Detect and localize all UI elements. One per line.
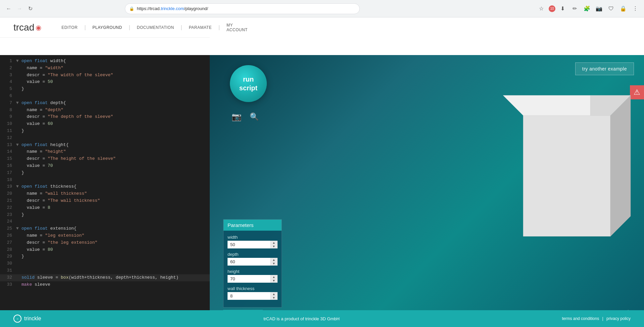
parameters-panel: Parameters width ▲ ▼ depth ▲ ▼ (223, 219, 282, 308)
param-label-height: height (228, 269, 278, 274)
param-label-width: width (228, 235, 278, 240)
footer-links: terms and conditions | privacy policy (562, 316, 631, 321)
code-line-30: 30 (0, 260, 210, 267)
code-line-8: 8 name = "depth" (0, 107, 210, 114)
param-label-wall-thickness: wall thickness (228, 286, 278, 291)
privacy-link[interactable]: privacy policy (606, 316, 631, 321)
param-spinner-thickness: ▲ ▼ (270, 292, 278, 300)
code-line-32: 32 solid sleeve = box(width+thickness, d… (0, 274, 210, 281)
viewer-icons: 📷 🔍 (232, 112, 259, 122)
param-thickness-wrap: ▲ ▼ (228, 292, 278, 300)
footer-logo-icon: ○ (13, 315, 21, 323)
code-line-13: 13 ▼ open float height{ (0, 142, 210, 149)
star-icon[interactable]: ☆ (537, 4, 546, 13)
footer: ○ trinckle trCAD is a product of trinckl… (0, 310, 644, 327)
code-line-17: 17 } (0, 170, 210, 177)
param-height-wrap: ▲ ▼ (228, 275, 278, 283)
ext1-icon[interactable]: 🧩 (582, 4, 592, 13)
code-line-15: 15 descr = "The height of the sleeve" (0, 155, 210, 162)
nav-documentation[interactable]: DOCUMENTATION (137, 25, 174, 30)
code-line-11: 11 } (0, 128, 210, 135)
code-line-29: 29 } (0, 253, 210, 260)
logo-text: trcad (13, 22, 34, 33)
param-width-wrap: ▲ ▼ (228, 241, 278, 248)
footer-logo: ○ trinckle (13, 315, 41, 323)
back-button[interactable]: ← (4, 4, 13, 13)
logo-dot: ◉ (36, 24, 41, 32)
code-line-27: 27 descr = "the leg extension" (0, 239, 210, 246)
svg-marker-2 (610, 95, 631, 236)
code-editor[interactable]: 1 ▼ open float width{ 2 name = "width" 3… (0, 55, 210, 327)
code-line-12: 12 (0, 135, 210, 142)
code-line-18: 18 (0, 177, 210, 184)
width-spin-down[interactable]: ▼ (270, 245, 278, 249)
params-body: width ▲ ▼ depth ▲ ▼ height (224, 231, 282, 307)
thickness-spin-up[interactable]: ▲ (270, 292, 278, 296)
code-line-25: 25 ▼ open float extension{ (0, 225, 210, 232)
code-line-21: 21 descr = "The wall thickness" (0, 197, 210, 204)
run-btn-line2: script (239, 84, 257, 92)
code-line-20: 20 name = "wall thickness" (0, 190, 210, 197)
code-line-24: 24 (0, 218, 210, 225)
pen-icon[interactable]: ✏ (570, 4, 580, 13)
code-line-28: 28 value = 80 (0, 246, 210, 253)
nav-playground[interactable]: PLAYGROUND (93, 25, 122, 30)
footer-logo-text: trinckle (24, 316, 41, 322)
param-label-depth: depth (228, 252, 278, 257)
code-line-5: 5 } (0, 86, 210, 93)
code-line-33: 33 make sleeve (0, 281, 210, 288)
code-line-2: 2 name = "width" (0, 65, 210, 72)
code-line-31: 31 (0, 267, 210, 274)
terms-link[interactable]: terms and conditions (562, 316, 599, 321)
code-line-10: 10 value = 60 (0, 121, 210, 128)
code-line-22: 22 value = 8 (0, 204, 210, 212)
code-line-7: 7 ▼ open float depth{ (0, 100, 210, 107)
panel-container: 1 ▼ open float width{ 2 name = "width" 3… (0, 55, 644, 327)
param-depth-wrap: ▲ ▼ (228, 258, 278, 266)
width-spin-up[interactable]: ▲ (270, 241, 278, 245)
site-header: trcad◉ EDITOR | PLAYGROUND | DOCUMENTATI… (0, 17, 210, 38)
code-line-6: 6 (0, 93, 210, 100)
camera-icon[interactable]: 📷 (232, 112, 242, 122)
3d-box-svg (496, 72, 637, 240)
code-line-19: 19 ▼ open float thickness{ (0, 183, 210, 190)
code-line-26: 26 name = "leg extension" (0, 232, 210, 239)
ext3-icon[interactable]: 🛡 (606, 4, 616, 13)
code-line-23: 23 } (0, 212, 210, 219)
thickness-spin-down[interactable]: ▼ (270, 296, 278, 300)
viewer-panel: run script try another example ⚠ 📷 🔍 (210, 55, 644, 327)
code-line-1: 1 ▼ open float width{ (0, 58, 210, 65)
3d-model (496, 72, 624, 233)
url-text: https://trcad.trinckle.com/playground/ (137, 6, 208, 11)
download-browser-icon[interactable]: ⬇ (558, 4, 567, 13)
footer-center-text: trCAD is a product of trinckle 3D GmbH (263, 316, 340, 321)
code-line-3: 3 descr = "The width of the sleeve" (0, 72, 210, 79)
nav-paramate[interactable]: PARAMATE (189, 25, 212, 30)
param-spinner-width: ▲ ▼ (270, 241, 278, 248)
code-line-14: 14 name = "height" (0, 148, 210, 155)
ext2-icon[interactable]: 📷 (594, 4, 604, 13)
code-line-9: 9 descr = "The depth of the sleeve" (0, 113, 210, 121)
refresh-button[interactable]: ↻ (26, 4, 35, 13)
depth-spin-up[interactable]: ▲ (270, 258, 278, 262)
param-spinner-height: ▲ ▼ (270, 275, 278, 283)
run-btn-line1: run (243, 75, 254, 84)
ext4-icon[interactable]: 🔒 (618, 4, 628, 13)
browser-chrome: ← → ↻ 🔒 https://trcad.trinckle.com/playg… (0, 0, 644, 17)
param-spinner-depth: ▲ ▼ (270, 258, 278, 266)
run-script-button[interactable]: run script (230, 65, 267, 102)
main-nav: EDITOR | PLAYGROUND | DOCUMENTATION | PA… (61, 23, 248, 32)
menu-icon[interactable]: ⋮ (631, 4, 640, 13)
height-spin-up[interactable]: ▲ (270, 275, 278, 279)
forward-button[interactable]: → (15, 4, 24, 13)
code-line-4: 4 value = 50 (0, 79, 210, 86)
nav-account[interactable]: MY ACCOUNT (227, 23, 248, 32)
search-icon[interactable]: 🔍 (250, 112, 259, 121)
badge-icon[interactable]: 10 (549, 5, 555, 12)
address-bar[interactable]: 🔒 https://trcad.trinckle.com/playground/ (125, 3, 360, 14)
height-spin-down[interactable]: ▼ (270, 279, 278, 283)
params-header: Parameters (224, 220, 282, 231)
code-line-16: 16 value = 70 (0, 162, 210, 170)
depth-spin-down[interactable]: ▼ (270, 262, 278, 266)
nav-editor[interactable]: EDITOR (61, 25, 78, 30)
